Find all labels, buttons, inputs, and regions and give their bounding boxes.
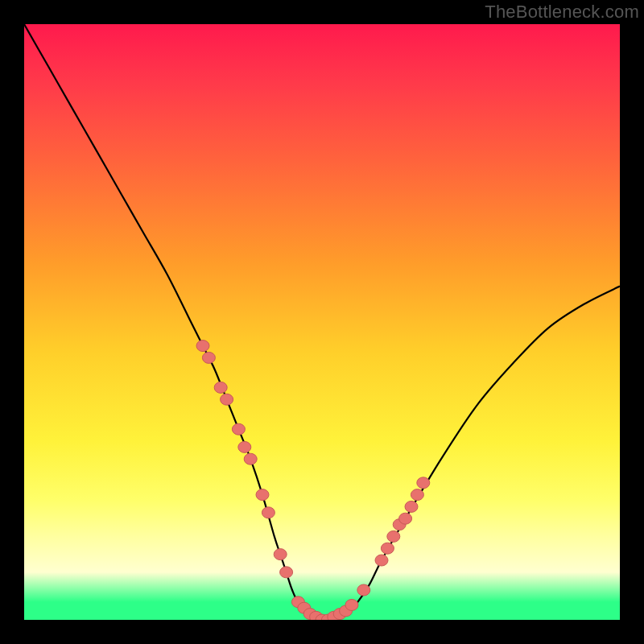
watermark-text: TheBottleneck.com — [485, 2, 639, 23]
chart-frame — [24, 24, 620, 620]
chart-gradient-background — [24, 24, 620, 620]
